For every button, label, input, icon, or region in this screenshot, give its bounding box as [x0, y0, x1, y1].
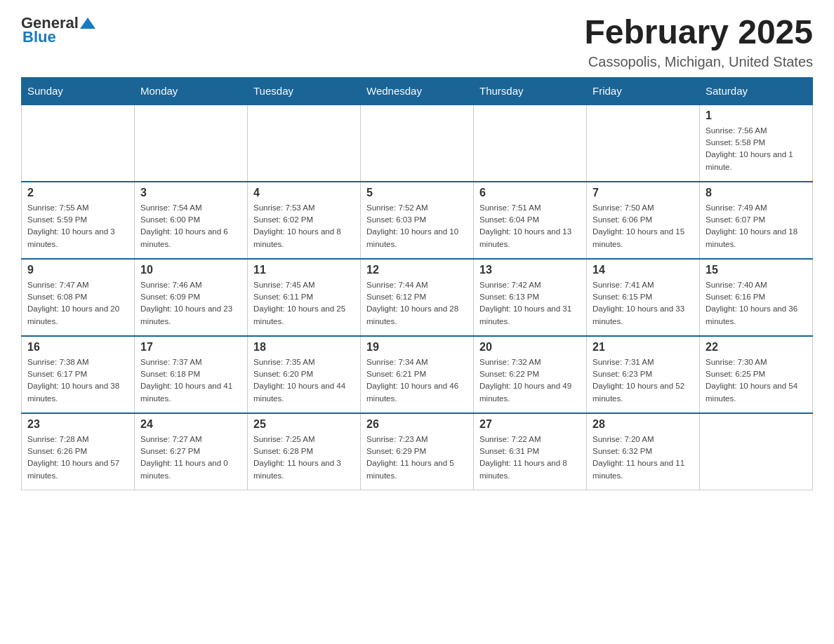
- calendar-week-row: 2Sunrise: 7:55 AMSunset: 5:59 PMDaylight…: [22, 182, 813, 259]
- day-number: 10: [140, 264, 241, 276]
- day-number: 1: [706, 109, 807, 122]
- title-area: February 2025 Cassopolis, Michigan, Unit…: [584, 14, 813, 70]
- day-number: 8: [706, 187, 807, 199]
- day-number: 23: [27, 418, 128, 431]
- day-number: 27: [479, 418, 581, 431]
- day-info: Sunrise: 7:50 AMSunset: 6:06 PMDaylight:…: [593, 202, 694, 250]
- day-info: Sunrise: 7:40 AMSunset: 6:16 PMDaylight:…: [706, 279, 807, 328]
- calendar-week-row: 23Sunrise: 7:28 AMSunset: 6:26 PMDayligh…: [22, 413, 813, 490]
- day-number: 19: [366, 341, 468, 354]
- calendar-day-cell: 21Sunrise: 7:31 AMSunset: 6:23 PMDayligh…: [587, 336, 700, 413]
- day-number: 3: [140, 187, 241, 199]
- day-info: Sunrise: 7:55 AMSunset: 5:59 PMDaylight:…: [27, 202, 128, 250]
- calendar-day-cell: [361, 105, 474, 182]
- day-number: 14: [593, 264, 694, 276]
- calendar-day-cell: 25Sunrise: 7:25 AMSunset: 6:28 PMDayligh…: [248, 413, 361, 490]
- day-info: Sunrise: 7:31 AMSunset: 6:23 PMDaylight:…: [593, 356, 694, 405]
- calendar-day-cell: 6Sunrise: 7:51 AMSunset: 6:04 PMDaylight…: [474, 182, 587, 259]
- calendar-day-cell: 26Sunrise: 7:23 AMSunset: 6:29 PMDayligh…: [361, 413, 474, 490]
- day-info: Sunrise: 7:53 AMSunset: 6:02 PMDaylight:…: [253, 202, 355, 250]
- day-number: 28: [593, 418, 694, 431]
- day-info: Sunrise: 7:41 AMSunset: 6:15 PMDaylight:…: [593, 279, 694, 328]
- day-info: Sunrise: 7:25 AMSunset: 6:28 PMDaylight:…: [253, 434, 355, 482]
- day-number: 7: [593, 187, 694, 199]
- svg-marker-0: [80, 18, 95, 29]
- day-info: Sunrise: 7:42 AMSunset: 6:13 PMDaylight:…: [479, 279, 581, 328]
- day-number: 5: [366, 187, 468, 199]
- calendar-day-cell: [248, 105, 361, 182]
- day-info: Sunrise: 7:45 AMSunset: 6:11 PMDaylight:…: [253, 279, 355, 328]
- day-number: 16: [27, 341, 128, 354]
- calendar-day-cell: 5Sunrise: 7:52 AMSunset: 6:03 PMDaylight…: [361, 182, 474, 259]
- day-number: 11: [253, 264, 355, 276]
- day-info: Sunrise: 7:56 AMSunset: 5:58 PMDaylight:…: [706, 125, 807, 173]
- day-number: 20: [479, 341, 581, 354]
- day-info: Sunrise: 7:38 AMSunset: 6:17 PMDaylight:…: [27, 356, 128, 405]
- calendar-day-cell: 11Sunrise: 7:45 AMSunset: 6:11 PMDayligh…: [248, 259, 361, 336]
- day-number: 18: [253, 341, 355, 354]
- day-info: Sunrise: 7:44 AMSunset: 6:12 PMDaylight:…: [366, 279, 468, 328]
- calendar-day-cell: 8Sunrise: 7:49 AMSunset: 6:07 PMDaylight…: [700, 182, 813, 259]
- day-number: 17: [140, 341, 241, 354]
- calendar-table: SundayMondayTuesdayWednesdayThursdayFrid…: [21, 77, 813, 491]
- calendar-day-cell: 17Sunrise: 7:37 AMSunset: 6:18 PMDayligh…: [135, 336, 248, 413]
- calendar-day-cell: 4Sunrise: 7:53 AMSunset: 6:02 PMDaylight…: [248, 182, 361, 259]
- day-info: Sunrise: 7:46 AMSunset: 6:09 PMDaylight:…: [140, 279, 241, 328]
- day-info: Sunrise: 7:23 AMSunset: 6:29 PMDaylight:…: [366, 434, 468, 482]
- day-info: Sunrise: 7:20 AMSunset: 6:32 PMDaylight:…: [593, 434, 694, 482]
- location-subtitle: Cassopolis, Michigan, United States: [584, 54, 813, 70]
- calendar-day-cell: 1Sunrise: 7:56 AMSunset: 5:58 PMDaylight…: [700, 105, 813, 182]
- calendar-day-header: Friday: [587, 77, 700, 105]
- calendar-day-cell: 22Sunrise: 7:30 AMSunset: 6:25 PMDayligh…: [700, 336, 813, 413]
- calendar-day-cell: [587, 105, 700, 182]
- day-info: Sunrise: 7:28 AMSunset: 6:26 PMDaylight:…: [27, 434, 128, 482]
- month-title: February 2025: [584, 14, 813, 51]
- day-info: Sunrise: 7:47 AMSunset: 6:08 PMDaylight:…: [27, 279, 128, 328]
- calendar-week-row: 1Sunrise: 7:56 AMSunset: 5:58 PMDaylight…: [22, 105, 813, 182]
- day-number: 15: [706, 264, 807, 276]
- logo: General Blue: [21, 14, 95, 46]
- calendar-day-cell: 18Sunrise: 7:35 AMSunset: 6:20 PMDayligh…: [248, 336, 361, 413]
- calendar-day-cell: 13Sunrise: 7:42 AMSunset: 6:13 PMDayligh…: [474, 259, 587, 336]
- calendar-day-cell: 24Sunrise: 7:27 AMSunset: 6:27 PMDayligh…: [135, 413, 248, 490]
- calendar-day-cell: 14Sunrise: 7:41 AMSunset: 6:15 PMDayligh…: [587, 259, 700, 336]
- calendar-day-cell: 9Sunrise: 7:47 AMSunset: 6:08 PMDaylight…: [22, 259, 135, 336]
- calendar-day-cell: 7Sunrise: 7:50 AMSunset: 6:06 PMDaylight…: [587, 182, 700, 259]
- day-number: 21: [593, 341, 694, 354]
- logo-triangle-icon: [80, 15, 95, 30]
- day-info: Sunrise: 7:22 AMSunset: 6:31 PMDaylight:…: [479, 434, 581, 482]
- day-info: Sunrise: 7:54 AMSunset: 6:00 PMDaylight:…: [140, 202, 241, 250]
- calendar-week-row: 9Sunrise: 7:47 AMSunset: 6:08 PMDaylight…: [22, 259, 813, 336]
- day-info: Sunrise: 7:30 AMSunset: 6:25 PMDaylight:…: [706, 356, 807, 405]
- logo-blue-text: Blue: [22, 28, 56, 46]
- day-number: 26: [366, 418, 468, 431]
- calendar-day-header: Monday: [135, 77, 248, 105]
- day-info: Sunrise: 7:34 AMSunset: 6:21 PMDaylight:…: [366, 356, 468, 405]
- calendar-day-cell: 23Sunrise: 7:28 AMSunset: 6:26 PMDayligh…: [22, 413, 135, 490]
- calendar-day-cell: 20Sunrise: 7:32 AMSunset: 6:22 PMDayligh…: [474, 336, 587, 413]
- calendar-day-cell: 15Sunrise: 7:40 AMSunset: 6:16 PMDayligh…: [700, 259, 813, 336]
- calendar-day-cell: [135, 105, 248, 182]
- calendar-day-cell: 27Sunrise: 7:22 AMSunset: 6:31 PMDayligh…: [474, 413, 587, 490]
- day-number: 25: [253, 418, 355, 431]
- day-number: 2: [27, 187, 128, 199]
- day-number: 6: [479, 187, 581, 199]
- calendar-day-header: Tuesday: [248, 77, 361, 105]
- page-header: General Blue February 2025 Cassopolis, M…: [21, 14, 813, 70]
- calendar-day-cell: [700, 413, 813, 490]
- calendar-day-cell: 2Sunrise: 7:55 AMSunset: 5:59 PMDaylight…: [22, 182, 135, 259]
- calendar-day-cell: [22, 105, 135, 182]
- day-number: 13: [479, 264, 581, 276]
- calendar-day-header: Thursday: [474, 77, 587, 105]
- calendar-day-cell: 10Sunrise: 7:46 AMSunset: 6:09 PMDayligh…: [135, 259, 248, 336]
- day-info: Sunrise: 7:35 AMSunset: 6:20 PMDaylight:…: [253, 356, 355, 405]
- day-number: 9: [27, 264, 128, 276]
- calendar-day-header: Wednesday: [361, 77, 474, 105]
- calendar-day-cell: 16Sunrise: 7:38 AMSunset: 6:17 PMDayligh…: [22, 336, 135, 413]
- day-number: 24: [140, 418, 241, 431]
- calendar-day-cell: 19Sunrise: 7:34 AMSunset: 6:21 PMDayligh…: [361, 336, 474, 413]
- day-info: Sunrise: 7:32 AMSunset: 6:22 PMDaylight:…: [479, 356, 581, 405]
- day-info: Sunrise: 7:51 AMSunset: 6:04 PMDaylight:…: [479, 202, 581, 250]
- calendar-day-cell: [474, 105, 587, 182]
- day-info: Sunrise: 7:49 AMSunset: 6:07 PMDaylight:…: [706, 202, 807, 250]
